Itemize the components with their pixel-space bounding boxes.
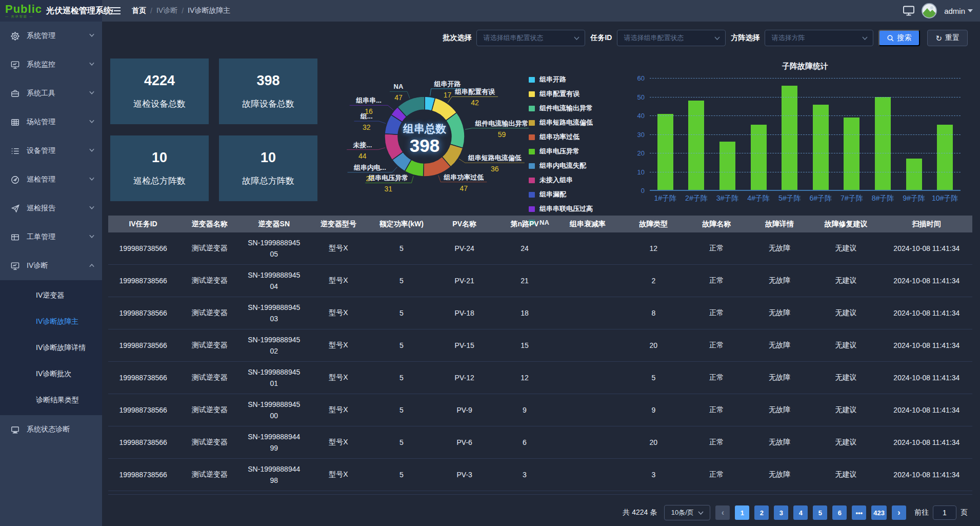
table-cell: 无建议 [811,403,881,417]
bar-1#子阵[interactable] [657,114,673,190]
sidebar-menu: 系统管理系统监控系统工具场站管理设备管理巡检管理巡检报告工单管理IV诊断IV逆变… [0,22,102,444]
legend-item[interactable]: 组串开路 [529,75,624,84]
donut-legend: 组串开路组串配置有误组件电流输出异常组串短路电流偏低组串功率过低组串电压异常组串… [529,59,624,206]
bar-8#子阵[interactable] [875,97,891,190]
search-button[interactable]: 搜索 [878,30,920,46]
batch-select-placeholder: 请选择组串配置状态 [483,33,574,43]
table-cell: 2 [622,275,685,287]
task-id-label: 任务ID [590,33,612,43]
legend-item[interactable]: 组串短路电流偏低 [529,118,624,127]
prev-page-button[interactable]: ‹ [715,505,730,520]
sidebar-item-4[interactable]: 设备管理 [0,137,102,165]
table-row[interactable]: 199988738566测试逆变器SN-199988894502型号X5PV-1… [108,329,972,362]
breadcrumb-home[interactable]: 首页 [132,6,146,15]
legend-item[interactable]: 未接入组串 [529,176,624,185]
array-select[interactable]: 请选择方阵 [765,30,873,46]
bar-3#子阵[interactable] [719,142,735,190]
legend-item[interactable]: 组串功率过低 [529,132,624,142]
reset-button[interactable]: ↻ 重置 [927,30,968,46]
bar-gridline [650,78,961,79]
table-cell: PV-3 [433,469,496,481]
sidebar-item-7[interactable]: 工单管理 [0,223,102,251]
legend-swatch [529,91,535,97]
sidebar-subitem[interactable]: IV诊断批次 [0,361,102,387]
table-row[interactable]: 199988738566测试逆变器SN-199988894505型号X5PV-2… [108,232,972,265]
table-cell: 型号X [307,274,370,287]
sidebar-item-5[interactable]: 巡检管理 [0,165,102,194]
sidebar-item-6[interactable]: 巡检报告 [0,194,102,223]
sidebar-item-0[interactable]: 系统管理 [0,22,102,50]
table-cell: PV-9 [433,404,496,416]
sidebar-item-1[interactable]: 系统监控 [0,50,102,79]
sidebar-item-label: 巡检管理 [27,175,89,184]
bar-6#子阵[interactable] [813,105,829,190]
table-cell: 5 [370,275,433,287]
breadcrumb-iv[interactable]: IV诊断 [156,6,177,15]
table-cell: 无故障 [748,403,811,417]
page-button-4[interactable]: 4 [793,505,808,520]
breadcrumb: 首页 / IV诊断 / IV诊断故障主 [132,6,230,15]
username: admin [944,7,965,15]
bar-y-tick: 0 [641,187,645,194]
legend-item[interactable]: 组串串联电压过高 [529,204,624,213]
collapse-sidebar-icon[interactable] [110,6,121,15]
sidebar-item-label: 设备管理 [27,146,89,155]
table-cell: 无故障 [748,274,811,287]
page-size-select[interactable]: 10条/页 [664,505,710,520]
fullscreen-monitor-icon[interactable] [903,6,914,16]
table-cell [553,246,622,250]
sidebar-item-8[interactable]: IV诊断 [0,251,102,280]
legend-item[interactable]: 组串内电流失配 [529,161,624,170]
stat-card-3: 10故障总方阵数 [219,135,317,201]
page-button-5[interactable]: 5 [813,505,827,520]
sidebar-subitem[interactable]: IV诊断故障详情 [0,335,102,361]
donut-label-value: 44 [358,152,367,160]
stat-value: 10 [261,150,276,166]
bar-9#子阵[interactable] [906,159,922,190]
column-header-5: PV名称 [433,218,496,231]
sidebar-subitem[interactable]: IV诊断故障主 [0,308,102,335]
page-button-2[interactable]: 2 [754,505,769,520]
table-cell: 20 [622,339,685,352]
table-cell: SN-199988894504 [241,267,307,295]
sidebar-subitem[interactable]: IV逆变器 [0,282,102,308]
user-menu[interactable]: admin [944,7,973,15]
table-row[interactable]: 199988738566测试逆变器SN-199988894498型号X5PV-3… [108,459,972,491]
chevron-down-icon [89,33,95,39]
page-button-1[interactable]: 1 [735,505,749,520]
sidebar-subitem[interactable]: 诊断结果类型 [0,387,102,413]
page-button-3[interactable]: 3 [774,505,788,520]
page-button-6[interactable]: 6 [832,505,847,520]
legend-item[interactable]: 组件电流输出异常 [529,104,624,113]
table-row[interactable]: 199988738566测试逆变器SN-199988894500型号X5PV-9… [108,394,972,426]
goto-page-input[interactable] [933,505,956,520]
bar-7#子阵[interactable] [844,118,859,190]
bar-2#子阵[interactable] [688,101,704,190]
legend-item[interactable]: 组串漏配 [529,190,624,199]
legend-swatch [529,77,535,83]
sidebar-item-2[interactable]: 系统工具 [0,79,102,108]
table-row[interactable]: 199988738566测试逆变器SN-199988894504型号X5PV-2… [108,265,972,297]
sidebar-item-9[interactable]: 系统状态诊断 [0,415,102,444]
batch-select[interactable]: 请选择组串配置状态 [476,30,585,46]
bar-gridline [650,172,961,172]
donut-label-value: 16 [365,107,373,115]
next-page-button[interactable]: › [892,505,906,520]
bar-y-tick: 50 [637,93,645,101]
page-button-423[interactable]: 423 [871,505,887,520]
avatar[interactable] [922,3,937,18]
breadcrumb-current: IV诊断故障主 [188,6,230,15]
page-ellipsis-button[interactable]: ••• [852,505,866,520]
legend-item[interactable]: 组串电压异常 [529,147,624,156]
column-header-11: 故障修复建议 [811,218,881,231]
table-row[interactable]: 199988738566测试逆变器SN-199988894499型号X5PV-6… [108,426,972,459]
sidebar-item-3[interactable]: 场站管理 [0,108,102,137]
bar-5#子阵[interactable] [782,86,797,190]
column-header-7: 组串衰减率 [553,218,622,231]
task-id-select[interactable]: 请选择组串配置状态 [617,30,726,46]
table-row[interactable]: 199988738566测试逆变器SN-199988894503型号X5PV-1… [108,297,972,329]
legend-item[interactable]: 组串配置有误 [529,89,624,99]
batch-select-label: 批次选择 [443,33,471,43]
table-cell [553,279,622,283]
table-row[interactable]: 199988738566测试逆变器SN-199988894501型号X5PV-1… [108,362,972,394]
